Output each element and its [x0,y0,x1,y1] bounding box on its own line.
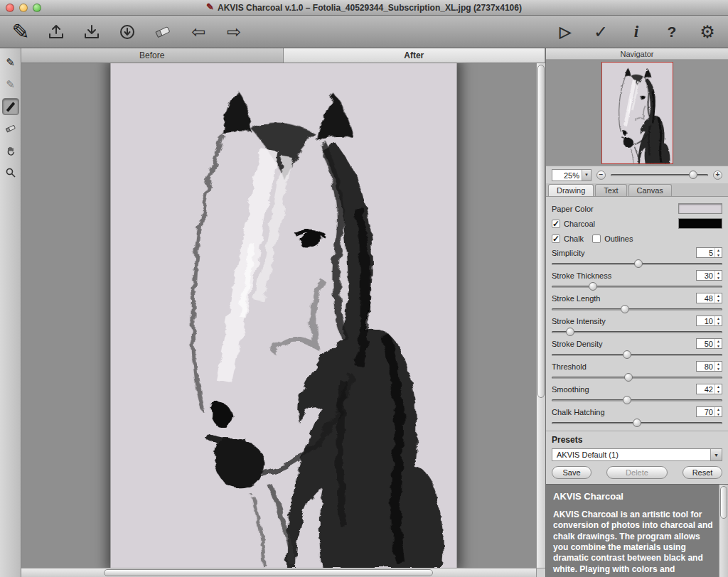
param-value-spinner[interactable]: 48▲▼ [696,293,722,303]
param-slider[interactable] [552,259,722,269]
param-slider[interactable] [552,419,722,428]
preferences-button[interactable]: ⚙ [695,19,719,45]
outlines-checkbox[interactable] [592,234,601,243]
window-controls [6,4,41,12]
help-button[interactable]: ? [660,19,684,45]
close-window-button[interactable] [6,4,14,12]
description-panel: AKVIS Charcoal AKVIS Charcoal is an arti… [546,484,728,577]
parameter-tabs: Drawing Text Canvas [546,183,728,197]
app-icon: ✎ [206,1,214,12]
apply-result-button[interactable]: ✓ [589,19,613,45]
param-value-spinner[interactable]: 42▲▼ [696,384,722,394]
navigator-box[interactable] [546,60,728,166]
tab-before[interactable]: Before [21,48,284,63]
paper-color-label: Paper Color [552,205,594,213]
preset-dropdown[interactable]: AKVIS Default (1) ▼ [552,448,722,461]
zoom-controls: 25% ▼ − + [546,166,728,183]
charcoal-color-swatch[interactable] [678,218,722,229]
canvas-column: Before After [21,48,546,577]
param-value: 48 [697,293,714,303]
run-processing-button[interactable]: ▷ [553,19,577,45]
hand-tool-button[interactable] [2,142,19,159]
param-value-spinner[interactable]: 50▲▼ [696,338,722,349]
chalk-checkbox[interactable] [552,234,560,243]
slider-thumb[interactable] [623,396,631,404]
open-image-button[interactable] [44,19,68,45]
smudge-icon [5,123,16,134]
spin-down-icon[interactable]: ▼ [715,298,722,303]
param-slider[interactable] [552,396,722,405]
slider-track [552,354,722,356]
redo-button[interactable]: ⇨ [222,19,246,45]
save-preset-button[interactable]: Save [552,466,592,479]
param-slider[interactable] [552,373,722,382]
slider-thumb[interactable] [634,259,643,268]
eraser-tool-button[interactable] [151,19,175,45]
navigator-zoom-thumb[interactable] [689,171,697,179]
spin-down-icon[interactable]: ▼ [715,253,722,258]
undo-button[interactable]: ⇦ [186,19,210,45]
slider-thumb[interactable] [589,282,597,291]
tab-text[interactable]: Text [595,184,626,196]
charcoal-checkbox[interactable] [552,220,560,228]
chevron-down-icon: ▼ [582,170,591,180]
save-image-button[interactable] [80,19,104,45]
description-text: AKVIS Charcoal is an artistic tool for c… [553,509,714,575]
param-value-spinner[interactable]: 70▲▼ [696,406,722,417]
charcoal-tool-button[interactable] [2,98,19,115]
param-value-spinner[interactable]: 30▲▼ [696,270,722,281]
zoom-level-dropdown[interactable]: 25% ▼ [552,169,592,181]
param-slider[interactable] [552,328,722,337]
tab-drawing[interactable]: Drawing [548,184,594,196]
param-slider[interactable] [552,350,722,360]
smudge-tool-button[interactable] [2,120,19,137]
scroll-thumb[interactable] [104,569,433,576]
spin-down-icon[interactable]: ▼ [715,389,722,394]
scroll-thumb[interactable] [537,65,545,398]
slider-thumb[interactable] [623,350,631,359]
description-scrollbar[interactable] [719,485,728,577]
navigator-thumbnail[interactable] [601,62,673,164]
pencil-tool-button[interactable]: ✎ [2,54,19,71]
share-image-button[interactable] [115,19,139,45]
param-value-spinner[interactable]: 10▲▼ [696,316,722,326]
param-value: 30 [697,271,714,280]
tab-after[interactable]: After [284,48,546,63]
spin-down-icon[interactable]: ▼ [715,367,722,372]
param-simplicity: Simplicity5▲▼ [552,247,722,269]
zoom-in-button[interactable]: + [713,171,722,180]
zoom-out-button[interactable]: − [596,171,606,180]
spin-down-icon[interactable]: ▼ [715,276,722,281]
info-button[interactable]: i [624,19,648,45]
param-slider[interactable] [552,305,722,314]
zoom-window-button[interactable] [33,4,41,12]
view-tabs: Before After [21,48,545,63]
reset-preset-button[interactable]: Reset [682,466,722,479]
image-canvas[interactable] [21,63,545,577]
slider-thumb[interactable] [624,373,633,382]
param-chalk-hatching: Chalk Hatching70▲▼ [552,406,722,428]
canvas-horizontal-scrollbar[interactable] [21,568,536,577]
zoom-tool-button[interactable] [2,164,19,181]
paper-color-swatch[interactable] [678,203,722,214]
slider-thumb[interactable] [621,305,629,313]
magnifier-icon [5,167,16,178]
param-smoothing: Smoothing42▲▼ [552,383,722,405]
canvas-vertical-scrollbar[interactable] [536,63,545,568]
slider-thumb[interactable] [566,328,574,336]
tab-canvas[interactable]: Canvas [628,184,672,196]
presets-title: Presets [552,435,722,445]
spin-down-icon[interactable]: ▼ [715,321,722,326]
after-image[interactable] [110,63,456,568]
param-value-spinner[interactable]: 5▲▼ [696,247,722,258]
zoom-slider[interactable] [611,171,708,180]
slider-thumb[interactable] [633,419,641,427]
chalk-tool-button[interactable]: ✎ [2,76,19,93]
minimize-window-button[interactable] [19,4,28,12]
spin-down-icon[interactable]: ▼ [715,412,722,417]
spin-down-icon[interactable]: ▼ [715,344,722,349]
param-slider[interactable] [552,282,722,291]
param-value-spinner[interactable]: 80▲▼ [696,361,722,372]
scroll-thumb[interactable] [720,486,727,519]
param-value: 10 [697,316,714,325]
